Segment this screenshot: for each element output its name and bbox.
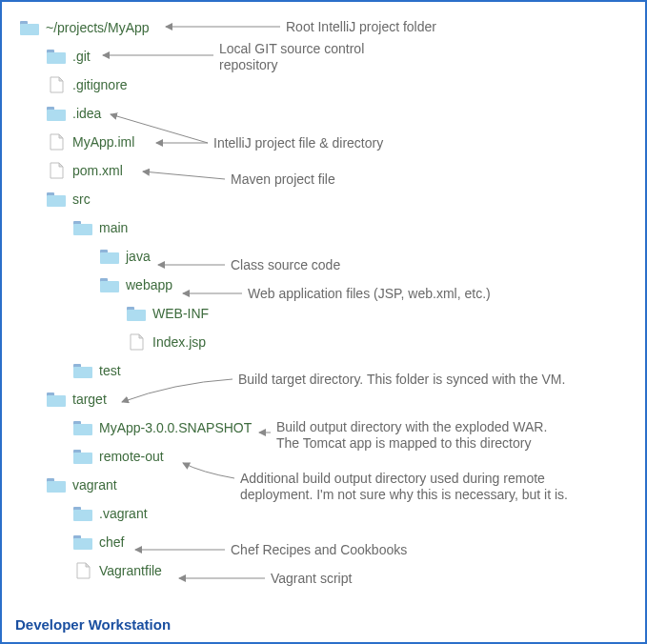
folder-icon xyxy=(99,248,120,265)
folder-icon xyxy=(72,219,93,236)
svg-rect-11 xyxy=(100,252,119,264)
folder-icon xyxy=(46,105,67,122)
folder-icon xyxy=(72,533,93,551)
svg-rect-15 xyxy=(127,310,146,321)
folder-icon xyxy=(46,48,67,65)
tree-item-label: MyApp.iml xyxy=(72,134,134,150)
svg-rect-1 xyxy=(20,24,39,35)
annotation-webapp: Web application files (JSP, web.xml, etc… xyxy=(248,286,491,303)
annotation-git: Local GIT source control repository xyxy=(219,41,364,73)
svg-rect-13 xyxy=(100,281,119,292)
tree-item-label: test xyxy=(99,363,121,378)
tree-row-target: target xyxy=(19,385,645,413)
folder-icon xyxy=(46,191,67,208)
svg-rect-27 xyxy=(73,510,92,521)
tree-item-label: vagrant xyxy=(72,477,117,493)
svg-rect-5 xyxy=(47,110,66,121)
tree-row-indexjsp: Index.jsp xyxy=(19,328,645,356)
annotation-snapshot: Build output directory with the exploded… xyxy=(276,419,547,452)
svg-rect-19 xyxy=(47,395,66,407)
annotation-snapshot-line1: Build output directory with the exploded… xyxy=(276,419,547,435)
folder-icon xyxy=(72,419,93,436)
svg-rect-23 xyxy=(73,453,92,464)
folder-icon xyxy=(126,305,147,322)
annotation-vagrantfile: Vagrant script xyxy=(271,571,352,588)
tree-row-dotvagrant: .vagrant xyxy=(19,499,645,528)
svg-rect-25 xyxy=(47,481,66,493)
tree-item-label: .idea xyxy=(72,106,101,121)
tree-row-src: src xyxy=(19,185,645,213)
folder-icon xyxy=(46,391,67,408)
annotation-git-line1: Local GIT source control xyxy=(219,41,364,57)
tree-item-label: .gitignore xyxy=(72,77,128,92)
annotation-root: Root IntelliJ project folder xyxy=(286,19,436,36)
tree-item-label: remote-out xyxy=(99,449,164,464)
tree-item-label: .vagrant xyxy=(99,506,148,521)
svg-rect-7 xyxy=(47,195,66,207)
folder-icon xyxy=(72,505,93,522)
tree-item-label: webapp xyxy=(126,277,172,292)
tree-item-label: MyApp-3.0.0.SNAPSHOT xyxy=(99,420,252,435)
annotation-snapshot-line2: The Tomcat app is mapped to this directo… xyxy=(276,435,547,452)
annotation-target: Build target directory. This folder is s… xyxy=(238,372,565,389)
tree-item-label: src xyxy=(72,191,91,207)
file-icon xyxy=(46,162,67,179)
tree-item-label: java xyxy=(126,249,151,264)
tree-row-webinf: WEB-INF xyxy=(19,299,645,328)
annotation-remoteout: Additional build output directory used d… xyxy=(240,471,568,503)
tree-item-label: pom.xml xyxy=(72,163,123,178)
tree-item-label: Index.jsp xyxy=(152,334,206,350)
svg-rect-3 xyxy=(47,52,66,64)
svg-rect-9 xyxy=(73,224,92,235)
file-icon xyxy=(126,333,147,351)
annotation-remoteout-line2: deployment. I'm not sure why this is nec… xyxy=(240,487,568,503)
tree-item-label: WEB-INF xyxy=(152,306,209,321)
tree-item-label: main xyxy=(99,220,128,235)
tree-item-label: ~/projects/MyApp xyxy=(46,20,150,35)
tree-item-label: target xyxy=(72,392,107,407)
annotation-pom: Maven project file xyxy=(231,171,335,189)
tree-item-label: .git xyxy=(72,49,91,64)
annotation-git-line2: repository xyxy=(219,57,364,73)
annotation-idea: IntelliJ project file & directory xyxy=(213,135,383,152)
tree-row-idea: .idea xyxy=(19,99,645,128)
folder-icon xyxy=(72,448,93,465)
tree-row-main: main xyxy=(19,213,645,242)
diagram-caption: Developer Workstation xyxy=(15,616,171,633)
folder-icon xyxy=(46,476,67,493)
svg-rect-17 xyxy=(73,367,92,378)
tree-item-label: Vagrantfile xyxy=(99,563,162,578)
file-icon xyxy=(72,562,93,579)
svg-rect-21 xyxy=(73,424,92,435)
tree-item-label: chef xyxy=(99,534,124,550)
file-icon xyxy=(46,76,67,93)
folder-icon xyxy=(99,276,120,293)
folder-icon xyxy=(72,362,93,379)
tree-row-gitignore: .gitignore xyxy=(19,70,645,99)
annotation-chef: Chef Recipes and Cookbooks xyxy=(231,542,407,559)
svg-rect-29 xyxy=(73,538,92,550)
folder-icon xyxy=(19,19,40,36)
annotation-java: Class source code xyxy=(231,257,340,274)
annotation-remoteout-line1: Additional build output directory used d… xyxy=(240,471,568,487)
file-icon xyxy=(46,133,67,151)
diagram-frame: ~/projects/MyApp .git .gitignore .idea M… xyxy=(0,0,647,644)
